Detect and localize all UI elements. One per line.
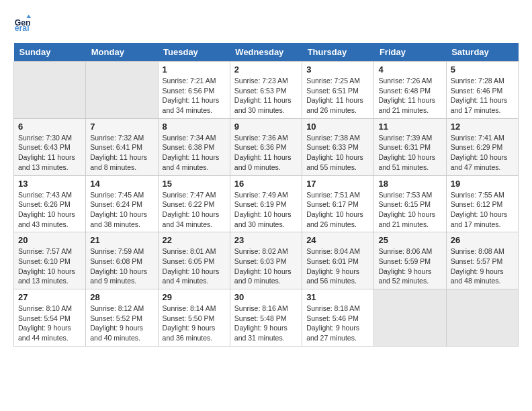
calendar-cell: 13Sunrise: 7:43 AMSunset: 6:26 PMDayligh… — [14, 175, 86, 232]
calendar-cell: 21Sunrise: 7:59 AMSunset: 6:08 PMDayligh… — [86, 232, 158, 289]
day-info: Sunrise: 8:04 AMSunset: 6:01 PMDaylight:… — [306, 247, 360, 285]
weekday-header-thursday: Thursday — [302, 43, 374, 62]
calendar-cell: 26Sunrise: 8:08 AMSunset: 5:57 PMDayligh… — [446, 232, 518, 289]
calendar-cell — [374, 289, 446, 347]
day-number: 10 — [306, 122, 369, 132]
day-info: Sunrise: 7:49 AMSunset: 6:19 PMDaylight:… — [234, 191, 292, 228]
day-number: 1 — [163, 64, 226, 75]
calendar-cell: 12Sunrise: 7:41 AMSunset: 6:29 PMDayligh… — [446, 118, 518, 175]
calendar-cell — [14, 62, 86, 119]
calendar-cell — [86, 62, 158, 119]
day-number: 3 — [306, 64, 369, 75]
day-number: 6 — [18, 122, 81, 132]
calendar-cell: 9Sunrise: 7:36 AMSunset: 6:36 PMDaylight… — [230, 118, 302, 175]
weekday-header-row: SundayMondayTuesdayWednesdayThursdayFrid… — [14, 43, 519, 62]
day-number: 29 — [163, 292, 226, 302]
day-info: Sunrise: 7:57 AMSunset: 6:10 PMDaylight:… — [18, 247, 75, 285]
day-info: Sunrise: 7:28 AMSunset: 6:46 PMDaylight:… — [451, 77, 508, 114]
day-info: Sunrise: 7:32 AMSunset: 6:41 PMDaylight:… — [90, 134, 147, 171]
calendar-cell: 25Sunrise: 8:06 AMSunset: 5:59 PMDayligh… — [374, 232, 446, 289]
weekday-header-sunday: Sunday — [14, 43, 86, 62]
day-info: Sunrise: 7:51 AMSunset: 6:17 PMDaylight:… — [306, 191, 363, 228]
calendar-cell: 27Sunrise: 8:10 AMSunset: 5:54 PMDayligh… — [14, 289, 86, 347]
day-number: 15 — [163, 179, 226, 189]
logo: Gen eral — [13, 13, 35, 32]
calendar-cell: 16Sunrise: 7:49 AMSunset: 6:19 PMDayligh… — [230, 175, 302, 232]
calendar-week-2: 6Sunrise: 7:30 AMSunset: 6:43 PMDaylight… — [14, 118, 519, 175]
day-number: 5 — [451, 64, 514, 75]
day-number: 20 — [18, 235, 81, 245]
calendar-cell: 19Sunrise: 7:55 AMSunset: 6:12 PMDayligh… — [446, 175, 518, 232]
calendar-cell: 30Sunrise: 8:16 AMSunset: 5:48 PMDayligh… — [230, 289, 302, 347]
day-info: Sunrise: 7:21 AMSunset: 6:56 PMDaylight:… — [163, 77, 220, 114]
weekday-header-saturday: Saturday — [446, 43, 518, 62]
calendar-week-3: 13Sunrise: 7:43 AMSunset: 6:26 PMDayligh… — [14, 175, 519, 232]
day-number: 17 — [306, 179, 369, 189]
day-number: 18 — [378, 179, 441, 189]
weekday-header-monday: Monday — [86, 43, 158, 62]
calendar-cell: 11Sunrise: 7:39 AMSunset: 6:31 PMDayligh… — [374, 118, 446, 175]
svg-text:eral: eral — [15, 24, 30, 32]
day-number: 25 — [378, 235, 441, 245]
calendar-cell: 8Sunrise: 7:34 AMSunset: 6:38 PMDaylight… — [158, 118, 230, 175]
day-info: Sunrise: 7:53 AMSunset: 6:15 PMDaylight:… — [378, 191, 435, 228]
day-number: 19 — [451, 179, 514, 189]
calendar-cell: 3Sunrise: 7:25 AMSunset: 6:51 PMDaylight… — [302, 62, 374, 119]
day-info: Sunrise: 8:01 AMSunset: 6:05 PMDaylight:… — [163, 247, 220, 285]
day-number: 26 — [451, 235, 514, 245]
calendar-cell: 23Sunrise: 8:02 AMSunset: 6:03 PMDayligh… — [230, 232, 302, 289]
calendar-cell: 24Sunrise: 8:04 AMSunset: 6:01 PMDayligh… — [302, 232, 374, 289]
calendar-cell: 2Sunrise: 7:23 AMSunset: 6:53 PMDaylight… — [230, 62, 302, 119]
weekday-header-tuesday: Tuesday — [158, 43, 230, 62]
day-info: Sunrise: 7:25 AMSunset: 6:51 PMDaylight:… — [306, 77, 363, 114]
calendar-cell: 20Sunrise: 7:57 AMSunset: 6:10 PMDayligh… — [14, 232, 86, 289]
calendar-cell: 7Sunrise: 7:32 AMSunset: 6:41 PMDaylight… — [86, 118, 158, 175]
day-number: 27 — [18, 292, 81, 302]
calendar-cell: 1Sunrise: 7:21 AMSunset: 6:56 PMDaylight… — [158, 62, 230, 119]
calendar-cell: 18Sunrise: 7:53 AMSunset: 6:15 PMDayligh… — [374, 175, 446, 232]
day-info: Sunrise: 7:26 AMSunset: 6:48 PMDaylight:… — [378, 77, 435, 114]
day-number: 9 — [234, 122, 298, 132]
day-info: Sunrise: 7:47 AMSunset: 6:22 PMDaylight:… — [163, 191, 220, 228]
calendar-cell: 15Sunrise: 7:47 AMSunset: 6:22 PMDayligh… — [158, 175, 230, 232]
day-info: Sunrise: 8:18 AMSunset: 5:46 PMDaylight:… — [306, 304, 360, 342]
day-info: Sunrise: 7:36 AMSunset: 6:36 PMDaylight:… — [234, 134, 292, 171]
day-info: Sunrise: 7:43 AMSunset: 6:26 PMDaylight:… — [18, 191, 75, 228]
weekday-header-wednesday: Wednesday — [230, 43, 302, 62]
day-info: Sunrise: 8:02 AMSunset: 6:03 PMDaylight:… — [234, 247, 292, 285]
calendar-cell: 28Sunrise: 8:12 AMSunset: 5:52 PMDayligh… — [86, 289, 158, 347]
day-info: Sunrise: 8:16 AMSunset: 5:48 PMDaylight:… — [234, 304, 288, 342]
day-info: Sunrise: 7:41 AMSunset: 6:29 PMDaylight:… — [451, 134, 508, 171]
calendar-table: SundayMondayTuesdayWednesdayThursdayFrid… — [13, 43, 519, 347]
day-number: 8 — [163, 122, 226, 132]
calendar-cell: 22Sunrise: 8:01 AMSunset: 6:05 PMDayligh… — [158, 232, 230, 289]
day-info: Sunrise: 7:45 AMSunset: 6:24 PMDaylight:… — [90, 191, 147, 228]
day-number: 28 — [90, 292, 153, 302]
day-number: 11 — [378, 122, 441, 132]
calendar-cell: 5Sunrise: 7:28 AMSunset: 6:46 PMDaylight… — [446, 62, 518, 119]
calendar-cell: 14Sunrise: 7:45 AMSunset: 6:24 PMDayligh… — [86, 175, 158, 232]
day-info: Sunrise: 7:38 AMSunset: 6:33 PMDaylight:… — [306, 134, 363, 171]
day-number: 2 — [234, 64, 298, 75]
logo-icon: Gen eral — [13, 13, 32, 32]
day-info: Sunrise: 8:14 AMSunset: 5:50 PMDaylight:… — [163, 304, 216, 342]
day-info: Sunrise: 7:34 AMSunset: 6:38 PMDaylight:… — [163, 134, 220, 171]
calendar-cell — [446, 289, 518, 347]
day-number: 12 — [451, 122, 514, 132]
calendar-body: 1Sunrise: 7:21 AMSunset: 6:56 PMDaylight… — [14, 62, 519, 347]
day-info: Sunrise: 7:59 AMSunset: 6:08 PMDaylight:… — [90, 247, 147, 285]
day-info: Sunrise: 8:10 AMSunset: 5:54 PMDaylight:… — [18, 304, 72, 342]
day-number: 13 — [18, 179, 81, 189]
day-number: 4 — [378, 64, 441, 75]
day-info: Sunrise: 7:39 AMSunset: 6:31 PMDaylight:… — [378, 134, 435, 171]
calendar-cell: 17Sunrise: 7:51 AMSunset: 6:17 PMDayligh… — [302, 175, 374, 232]
day-number: 22 — [163, 235, 226, 245]
calendar-cell: 4Sunrise: 7:26 AMSunset: 6:48 PMDaylight… — [374, 62, 446, 119]
day-number: 24 — [306, 235, 369, 245]
day-number: 23 — [234, 235, 298, 245]
day-number: 31 — [306, 292, 369, 302]
day-number: 30 — [234, 292, 298, 302]
day-info: Sunrise: 7:55 AMSunset: 6:12 PMDaylight:… — [451, 191, 508, 228]
calendar-cell: 6Sunrise: 7:30 AMSunset: 6:43 PMDaylight… — [14, 118, 86, 175]
calendar-cell: 29Sunrise: 8:14 AMSunset: 5:50 PMDayligh… — [158, 289, 230, 347]
